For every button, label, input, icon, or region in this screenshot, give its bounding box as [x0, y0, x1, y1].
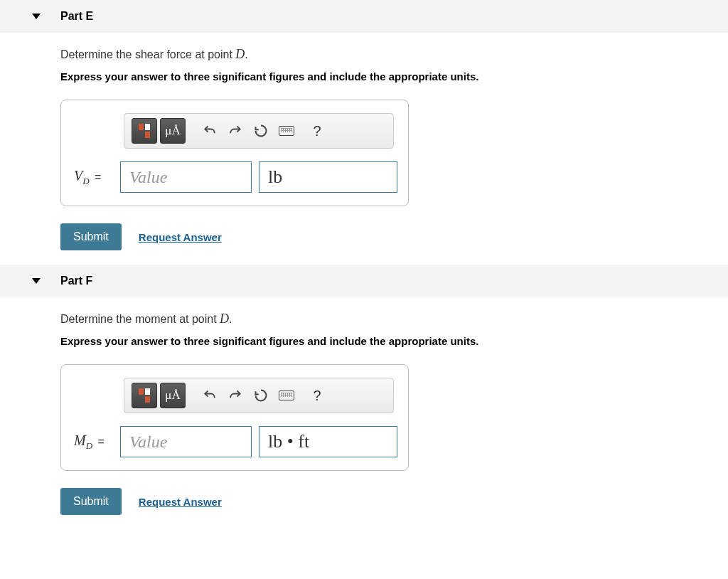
part-e-answer-box: μÅ ? VD =: [60, 100, 409, 206]
part-e-body: Determine the shear force at point D. Ex…: [0, 33, 728, 250]
templates-button[interactable]: [132, 383, 157, 408]
keyboard-button[interactable]: [275, 119, 298, 142]
variable-label: VD =: [74, 168, 113, 187]
reset-button[interactable]: [250, 119, 272, 142]
var-subscript: D: [82, 176, 89, 186]
special-chars-button[interactable]: μÅ: [160, 118, 186, 144]
part-f-header[interactable]: Part F: [0, 265, 728, 297]
question-variable: D: [220, 312, 229, 326]
part-e-header[interactable]: Part E: [0, 0, 728, 33]
help-button[interactable]: ?: [306, 385, 328, 406]
part-f-answer-box: μÅ ? MD =: [60, 364, 409, 471]
mu-a-label: μÅ: [165, 388, 180, 403]
question-suffix: .: [245, 48, 247, 60]
keyboard-button[interactable]: [275, 384, 298, 407]
reset-button[interactable]: [250, 384, 272, 407]
units-input[interactable]: [259, 426, 397, 457]
part-f-section: Part F Determine the moment at point D. …: [0, 265, 728, 515]
question-variable: D: [235, 47, 245, 61]
part-e-title: Part E: [60, 10, 93, 23]
value-input[interactable]: [120, 426, 252, 457]
part-e-question: Determine the shear force at point D.: [60, 47, 728, 62]
part-e-section: Part E Determine the shear force at poin…: [0, 0, 728, 250]
var-symbol: V: [74, 168, 82, 184]
var-symbol: M: [74, 432, 86, 448]
special-chars-button[interactable]: μÅ: [160, 383, 186, 408]
part-f-input-row: MD =: [74, 426, 395, 457]
equals-sign: =: [92, 171, 102, 183]
part-f-question: Determine the moment at point D.: [60, 312, 728, 326]
answer-toolbar: μÅ ?: [124, 113, 394, 149]
part-e-instruction: Express your answer to three significant…: [60, 70, 728, 83]
collapse-arrow-icon: [32, 14, 41, 19]
part-f-actions: Submit Request Answer: [60, 488, 728, 515]
collapse-arrow-icon: [32, 278, 41, 284]
keyboard-icon: [279, 391, 294, 400]
templates-button[interactable]: [132, 118, 157, 144]
redo-button[interactable]: [224, 384, 247, 407]
question-suffix: .: [229, 313, 232, 325]
request-answer-link[interactable]: Request Answer: [139, 496, 222, 508]
submit-button[interactable]: Submit: [60, 223, 122, 250]
question-prefix: Determine the shear force at point: [60, 48, 235, 60]
value-input[interactable]: [120, 161, 252, 193]
part-e-input-row: VD =: [74, 161, 395, 193]
request-answer-link[interactable]: Request Answer: [139, 231, 222, 243]
answer-toolbar: μÅ ?: [124, 378, 394, 413]
part-f-title: Part F: [60, 275, 92, 287]
var-subscript: D: [86, 440, 92, 451]
submit-button[interactable]: Submit: [60, 488, 122, 515]
part-f-body: Determine the moment at point D. Express…: [0, 297, 728, 515]
mu-a-label: μÅ: [165, 124, 180, 138]
undo-button[interactable]: [198, 119, 221, 142]
help-button[interactable]: ?: [306, 120, 328, 142]
variable-label: MD =: [74, 432, 113, 452]
keyboard-icon: [279, 126, 294, 136]
part-f-instruction: Express your answer to three significant…: [60, 335, 728, 347]
units-input[interactable]: [259, 161, 397, 193]
part-e-actions: Submit Request Answer: [60, 223, 728, 250]
undo-button[interactable]: [198, 384, 221, 407]
equals-sign: =: [95, 435, 105, 447]
redo-button[interactable]: [224, 119, 247, 142]
question-prefix: Determine the moment at point: [60, 313, 220, 325]
